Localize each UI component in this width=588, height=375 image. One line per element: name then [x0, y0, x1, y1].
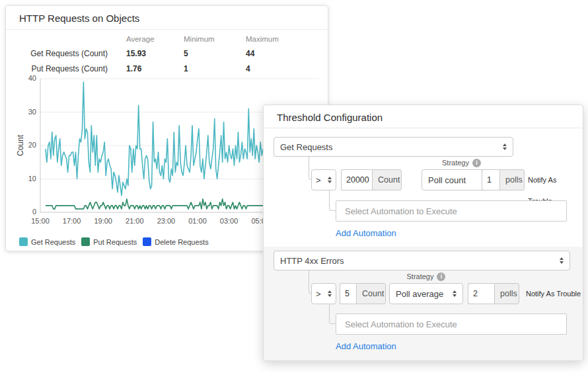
add-automation-link[interactable]: Add Automation: [336, 228, 396, 238]
notify-as-trouble-label: Notify As Trouble: [526, 283, 581, 304]
condition-operator-value: >: [316, 289, 321, 299]
legend-item[interactable]: Get Requests: [19, 237, 75, 246]
y-tick-label: 0: [6, 208, 36, 216]
select-automation-box[interactable]: Select Automation to Execute: [336, 313, 567, 335]
legend-label: Get Requests: [31, 238, 75, 246]
strategy-label-row: Strategy i: [389, 272, 463, 281]
add-automation-link[interactable]: Add Automation: [336, 341, 396, 351]
legend-item[interactable]: Delete Requests: [143, 237, 208, 246]
threshold-unit-addon: Count: [356, 283, 386, 304]
series-line: [46, 199, 276, 209]
condition-operator-value: >: [316, 175, 321, 185]
x-tick-label: 15:00: [31, 217, 50, 225]
legend-label: Delete Requests: [155, 238, 208, 246]
x-tick-label: 01:00: [188, 217, 207, 225]
legend-label: Put Requests: [93, 238, 137, 246]
x-tick-label: 19:00: [94, 217, 112, 225]
metric-select-get-requests[interactable]: Get Requests: [274, 137, 513, 157]
metric-select-value: HTTP 4xx Errors: [280, 256, 344, 266]
polls-unit-addon: polls: [499, 169, 525, 190]
legend-item[interactable]: Put Requests: [81, 237, 137, 246]
select-automation-placeholder: Select Automation to Execute: [345, 319, 457, 329]
polls-group: polls: [482, 169, 525, 190]
notify-as-trouble-label: Notify As Trouble: [528, 169, 583, 190]
strategy-label: Strategy: [442, 159, 469, 167]
threshold-value-input[interactable]: [340, 283, 356, 304]
polls-unit-addon: polls: [494, 283, 519, 304]
threshold-value-group: Count: [341, 169, 402, 190]
polls-count-input[interactable]: [482, 169, 499, 190]
y-tick-label: 30: [6, 108, 36, 116]
updown-arrows-icon: [328, 177, 332, 183]
connector-line: [329, 190, 336, 211]
info-icon[interactable]: i: [437, 272, 445, 281]
threshold-value-group: Count: [340, 283, 386, 304]
connector-line: [329, 304, 336, 324]
y-tick-label: 20: [6, 141, 36, 149]
x-tick-label: 17:00: [63, 217, 81, 225]
select-automation-placeholder: Select Automation to Execute: [345, 206, 457, 216]
polls-group: polls: [468, 283, 519, 304]
chart-legend: Get RequestsPut RequestsDelete Requests: [19, 237, 209, 246]
legend-swatch-icon: [19, 237, 28, 246]
y-tick-label: 10: [6, 175, 36, 183]
strategy-label-row: Strategy i: [422, 158, 501, 167]
legend-swatch-icon: [143, 237, 151, 246]
x-tick-label: 03:00: [220, 217, 239, 225]
page: HTTP Requests on Objects Average Minimum…: [0, 0, 588, 375]
updown-arrows-icon: [503, 144, 507, 150]
panel-title: Threshold Configuration: [277, 112, 383, 123]
strategy-select-value: Poll average: [396, 289, 443, 299]
threshold-configuration-panel: Threshold Configuration Get Requests > C…: [263, 104, 583, 361]
polls-count-input[interactable]: [468, 283, 494, 304]
updown-arrows-icon: [328, 290, 332, 297]
metric-select-value: Get Requests: [280, 142, 333, 152]
updown-arrows-icon: [560, 257, 564, 264]
strategy-label: Strategy: [407, 272, 434, 280]
x-tick-label: 21:00: [126, 217, 144, 225]
strategy-select[interactable]: Poll average: [389, 283, 463, 304]
y-tick-label: 40: [6, 74, 36, 82]
x-tick-label: 23:00: [157, 217, 176, 225]
threshold-value-input[interactable]: [341, 169, 372, 190]
strategy-select-value: Poll count: [428, 175, 466, 185]
legend-swatch-icon: [81, 237, 90, 246]
updown-arrows-icon: [453, 290, 457, 297]
condition-operator-select[interactable]: >: [311, 283, 336, 304]
select-automation-box[interactable]: Select Automation to Execute: [336, 200, 567, 222]
condition-operator-select[interactable]: >: [311, 169, 336, 190]
metric-select-http-4xx-errors[interactable]: HTTP 4xx Errors: [274, 251, 570, 271]
panel-divider: [264, 128, 583, 128]
threshold-unit-addon: Count: [372, 169, 402, 190]
info-icon[interactable]: i: [472, 159, 481, 167]
